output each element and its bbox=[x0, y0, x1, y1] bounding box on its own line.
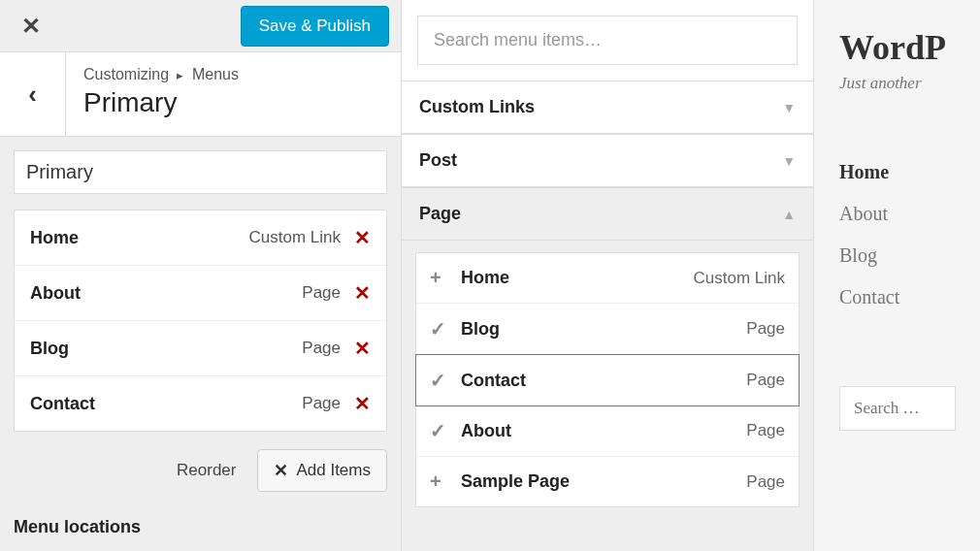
menu-item-label: Blog bbox=[30, 339, 302, 359]
breadcrumb-section: Menus bbox=[192, 66, 239, 82]
available-item-label: About bbox=[461, 421, 746, 441]
check-icon: ✓ bbox=[430, 369, 451, 392]
add-items-panel: Custom Links ▼ Post ▼ Page ▲ + Home Cust bbox=[402, 0, 814, 551]
plus-icon: + bbox=[430, 470, 451, 493]
available-item[interactable]: ✓ About Page bbox=[416, 405, 799, 457]
menu-item[interactable]: About Page ✕ bbox=[15, 266, 386, 321]
remove-icon[interactable]: ✕ bbox=[354, 226, 371, 249]
topbar: ✕ Save & Publish bbox=[0, 0, 401, 52]
available-item-label: Sample Page bbox=[461, 471, 746, 492]
page-title: Primary bbox=[83, 87, 383, 118]
menu-item-type: Custom Link bbox=[249, 228, 341, 247]
add-items-button[interactable]: ✕ Add Items bbox=[257, 449, 387, 492]
breadcrumb: Customizing ▸ Menus Primary bbox=[66, 52, 401, 136]
reorder-link[interactable]: Reorder bbox=[177, 461, 236, 480]
chevron-down-icon: ▼ bbox=[782, 100, 796, 115]
preview-search-input[interactable] bbox=[839, 386, 956, 431]
menu-item-type: Page bbox=[302, 283, 341, 303]
nav-item-about[interactable]: About bbox=[839, 193, 980, 235]
available-item-label: Home bbox=[461, 268, 694, 288]
add-items-label: Add Items bbox=[296, 461, 371, 480]
site-preview: WordP Just another Home About Blog Conta… bbox=[814, 0, 980, 551]
menu-item-label: Contact bbox=[30, 394, 302, 414]
save-publish-button[interactable]: Save & Publish bbox=[241, 6, 389, 47]
accordion-label: Custom Links bbox=[419, 97, 535, 117]
menu-item-type: Page bbox=[302, 394, 341, 413]
remove-icon[interactable]: ✕ bbox=[354, 281, 371, 305]
available-item[interactable]: ✓ Blog Page bbox=[416, 304, 799, 355]
menu-locations-heading: Menu locations bbox=[14, 517, 387, 537]
chevron-up-icon: ▲ bbox=[782, 207, 796, 222]
menu-item[interactable]: Blog Page ✕ bbox=[15, 321, 386, 376]
panel-content: Home Custom Link ✕ About Page ✕ Blog Pag… bbox=[0, 137, 401, 551]
menu-actions: Reorder ✕ Add Items bbox=[14, 449, 387, 492]
chevron-down-icon: ▼ bbox=[782, 153, 796, 169]
search-input[interactable] bbox=[417, 16, 798, 65]
close-icon: ✕ bbox=[274, 460, 288, 481]
plus-icon: + bbox=[430, 267, 451, 289]
available-item[interactable]: + Home Custom Link bbox=[416, 253, 799, 304]
available-items-list: + Home Custom Link ✓ Blog Page ✓ Contact… bbox=[415, 252, 800, 507]
check-icon: ✓ bbox=[430, 419, 451, 442]
site-title[interactable]: WordP bbox=[839, 27, 980, 68]
accordion-post: Post ▼ bbox=[402, 134, 813, 187]
available-item-type: Page bbox=[746, 371, 785, 390]
chevron-right-icon: ▸ bbox=[173, 68, 187, 82]
accordion-custom-links: Custom Links ▼ bbox=[402, 81, 813, 134]
accordion-header-page[interactable]: Page ▲ bbox=[402, 188, 813, 241]
menu-item-type: Page bbox=[302, 339, 341, 358]
available-item-label: Blog bbox=[461, 319, 746, 340]
search-wrap bbox=[402, 0, 813, 81]
accordion-label: Page bbox=[419, 204, 461, 224]
menu-item[interactable]: Home Custom Link ✕ bbox=[15, 211, 386, 266]
available-item-label: Contact bbox=[461, 371, 746, 391]
available-item-type: Page bbox=[746, 319, 785, 339]
accordion-page: Page ▲ + Home Custom Link ✓ Blog Page bbox=[402, 187, 813, 525]
preview-nav: Home About Blog Contact bbox=[839, 151, 980, 318]
check-icon: ✓ bbox=[430, 317, 451, 340]
menu-item-label: About bbox=[30, 283, 302, 304]
nav-item-home[interactable]: Home bbox=[839, 151, 980, 193]
available-item[interactable]: ✓ Contact Page bbox=[415, 354, 800, 406]
chevron-left-icon: ‹ bbox=[28, 80, 37, 110]
breadcrumb-root: Customizing bbox=[83, 66, 169, 82]
menu-items-list: Home Custom Link ✕ About Page ✕ Blog Pag… bbox=[14, 210, 387, 432]
accordion-body-page: + Home Custom Link ✓ Blog Page ✓ Contact… bbox=[402, 241, 813, 525]
remove-icon[interactable]: ✕ bbox=[354, 337, 371, 360]
breadcrumb-row: ‹ Customizing ▸ Menus Primary bbox=[0, 52, 401, 137]
nav-item-blog[interactable]: Blog bbox=[839, 235, 980, 276]
app-root: ✕ Save & Publish ‹ Customizing ▸ Menus P… bbox=[0, 0, 980, 551]
menu-item[interactable]: Contact Page ✕ bbox=[15, 376, 386, 431]
accordion-label: Post bbox=[419, 150, 457, 171]
back-button[interactable]: ‹ bbox=[0, 52, 66, 136]
remove-icon[interactable]: ✕ bbox=[354, 392, 371, 415]
menu-item-label: Home bbox=[30, 228, 249, 248]
available-item[interactable]: + Sample Page Page bbox=[416, 457, 799, 506]
site-tagline: Just another bbox=[839, 74, 980, 93]
available-item-type: Page bbox=[746, 421, 785, 440]
available-item-type: Page bbox=[746, 472, 785, 492]
customizer-panel: ✕ Save & Publish ‹ Customizing ▸ Menus P… bbox=[0, 0, 402, 551]
nav-item-contact[interactable]: Contact bbox=[839, 276, 980, 318]
close-icon[interactable]: ✕ bbox=[12, 7, 50, 46]
menu-name-input[interactable] bbox=[14, 150, 387, 194]
accordion-header-custom-links[interactable]: Custom Links ▼ bbox=[402, 81, 813, 134]
accordion-header-post[interactable]: Post ▼ bbox=[402, 135, 813, 187]
available-item-type: Custom Link bbox=[694, 269, 785, 288]
